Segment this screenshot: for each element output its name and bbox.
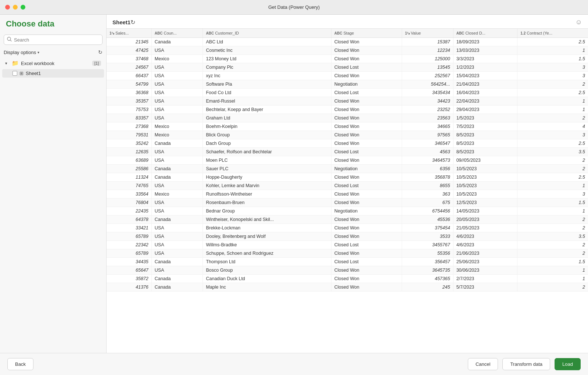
sheet-name: Sheet1 — [26, 71, 41, 76]
cell-value: 356878 — [402, 173, 453, 182]
cell-customer: Dooley, Breitenberg and Wolf — [203, 232, 331, 241]
sheet-checkbox[interactable] — [12, 71, 17, 76]
cell-sales: 65647 — [107, 266, 151, 275]
chevron-down-icon: ▾ — [37, 50, 39, 54]
table-row: 64378 Canada Wintheiser, Konopelski and … — [107, 215, 588, 224]
file-tree: ▾ 📁 Excel workbook [1] ⊞ Sheet1 — [0, 58, 106, 349]
cell-customer: Dach Group — [203, 139, 331, 148]
cell-sales: 33564 — [107, 190, 151, 199]
cell-country: Canada — [151, 173, 203, 182]
cell-value: 97565 — [402, 131, 453, 139]
table-row: 41376 Canada Maple Inc Closed Won 245 5/… — [107, 283, 588, 292]
table-row: 66437 USA xyz Inc Closed Won 252567 15/0… — [107, 72, 588, 80]
table-row: 12635 USA Schaefer, Rolfson and Bechtela… — [107, 148, 588, 156]
cell-stage: Negotiation — [331, 80, 402, 89]
cell-value: 457365 — [402, 275, 453, 283]
cell-country: Mexico — [151, 122, 203, 131]
display-options-button[interactable]: Display options ▾ — [4, 50, 39, 55]
cell-sales: 76804 — [107, 199, 151, 207]
cell-value: 3455767 — [402, 241, 453, 249]
cell-sales: 63689 — [107, 156, 151, 165]
cell-value: 4563 — [402, 148, 453, 156]
cell-country: Canada — [151, 283, 203, 292]
cell-stage: Closed Won — [331, 97, 402, 106]
cell-customer: Moen PLC — [203, 156, 331, 165]
emoji-icon[interactable]: ☺ — [576, 18, 582, 26]
cell-value: 45536 — [402, 215, 453, 224]
cell-closed: 3/3/2023 — [453, 55, 517, 63]
cell-closed: 12/5/2023 — [453, 199, 517, 207]
cell-closed: 16/04/2023 — [453, 89, 517, 97]
sidebar-refresh-icon[interactable]: ↻ — [98, 49, 103, 55]
maximize-button[interactable] — [21, 5, 25, 10]
cell-customer: Hoppe-Daugherty — [203, 173, 331, 182]
svg-line-1 — [10, 40, 11, 41]
cancel-button[interactable]: Cancel — [468, 358, 498, 370]
cell-stage: Closed Lost — [331, 89, 402, 97]
table-row: 21345 Canada ABC Ltd Closed Won 15387 18… — [107, 38, 588, 46]
title-bar: Get Data (Power Query) — [0, 0, 588, 15]
cell-contract: 1 — [517, 207, 588, 215]
cell-customer: Canadian Duck Ltd — [203, 275, 331, 283]
table-row: 54799 USA Software Pla Negotiation 56425… — [107, 80, 588, 89]
cell-sales: 22342 — [107, 241, 151, 249]
cell-value: 252567 — [402, 72, 453, 80]
cell-closed: 2/7/2023 — [453, 275, 517, 283]
cell-closed: 15/04/2023 — [453, 72, 517, 80]
cell-country: USA — [151, 241, 203, 249]
cell-country: USA — [151, 266, 203, 275]
cell-customer: Willms-Bradtke — [203, 241, 331, 249]
cell-contract: 3 — [517, 190, 588, 199]
cell-closed: 21/05/2023 — [453, 224, 517, 232]
cell-country: USA — [151, 46, 203, 55]
cell-country: USA — [151, 114, 203, 122]
data-table-container[interactable]: 1²₃ Sales... ABC Coun... ABC Customer_ID… — [107, 29, 588, 353]
table-row: 37468 Mexico 123 Money Ltd Closed Won 12… — [107, 55, 588, 63]
cell-customer: Blick Group — [203, 131, 331, 139]
table-row: 35357 USA Emard-Russel Closed Won 34423 … — [107, 97, 588, 106]
cell-closed: 30/06/2023 — [453, 266, 517, 275]
cell-contract: 2.5 — [517, 173, 588, 182]
workbook-item[interactable]: ▾ 📁 Excel workbook [1] — [2, 58, 104, 68]
cell-contract: 4 — [517, 122, 588, 131]
load-button[interactable]: Load — [555, 358, 581, 370]
cell-contract: 3 — [517, 72, 588, 80]
header-refresh-icon[interactable]: ↻ — [130, 19, 135, 26]
cell-sales: 79531 — [107, 131, 151, 139]
cell-customer: Runolfsson-Wintheiser — [203, 190, 331, 199]
cell-stage: Closed Won — [331, 173, 402, 182]
cell-contract: 2 — [517, 283, 588, 292]
cell-contract: 2 — [517, 224, 588, 232]
cell-sales: 83357 — [107, 114, 151, 122]
table-icon: ⊞ — [19, 71, 24, 76]
table-row: 27368 Mexico Boehm-Koelpin Closed Won 34… — [107, 122, 588, 131]
cell-value: 375454 — [402, 224, 453, 232]
cell-country: USA — [151, 63, 203, 72]
table-row: 75753 USA Bechtelar, Koepp and Bayer Clo… — [107, 106, 588, 114]
cell-value: 3645735 — [402, 266, 453, 275]
cell-country: Canada — [151, 258, 203, 266]
tree-arrow-icon: ▾ — [5, 61, 10, 66]
table-row: 35242 Canada Dach Group Closed Won 34654… — [107, 139, 588, 148]
cell-contract: 2 — [517, 249, 588, 258]
cell-customer: Food Co Ltd — [203, 89, 331, 97]
close-button[interactable] — [5, 5, 10, 10]
cell-contract: 2 — [517, 80, 588, 89]
cell-customer: Bosco Group — [203, 266, 331, 275]
cell-stage: Negotiation — [331, 165, 402, 173]
col-header-contract: 1.2 Contract (Ye... — [517, 29, 588, 38]
col-header-closed: ABC Closed D... — [453, 29, 517, 38]
back-button[interactable]: Back — [7, 358, 33, 370]
cell-stage: Closed Won — [331, 139, 402, 148]
footer-left: Back — [7, 358, 33, 370]
minimize-button[interactable] — [13, 5, 18, 10]
cell-value: 3435434 — [402, 89, 453, 97]
cell-stage: Closed Lost — [331, 241, 402, 249]
sheet-item-sheet1[interactable]: ⊞ Sheet1 — [2, 69, 104, 78]
table-row: 35872 Canada Canadian Duck Ltd Closed Wo… — [107, 275, 588, 283]
cell-stage: Negotiation — [331, 207, 402, 215]
transform-data-button[interactable]: Transform data — [502, 358, 550, 370]
search-input[interactable] — [14, 37, 99, 43]
cell-sales: 47425 — [107, 46, 151, 55]
cell-customer: 123 Money Ltd — [203, 55, 331, 63]
